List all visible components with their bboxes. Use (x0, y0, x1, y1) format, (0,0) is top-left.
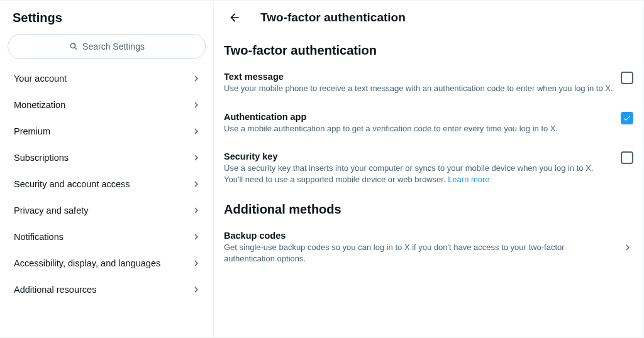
method-desc-text: Use a security key that inserts into you… (224, 163, 593, 184)
sidebar-item-your-account[interactable]: Your account (5, 65, 211, 92)
backup-codes-row[interactable]: Backup codes Get single-use backup codes… (224, 224, 633, 275)
sidebar-item-label: Monetization (14, 100, 65, 110)
checkbox-text-message[interactable] (621, 72, 633, 84)
method-title: Text message (224, 72, 613, 82)
sidebar-item-label: Premium (14, 126, 50, 136)
method-text-block: Authentication app Use a mobile authenti… (224, 112, 613, 134)
search-wrap: Search Settings (5, 34, 211, 65)
method-auth-app: Authentication app Use a mobile authenti… (224, 106, 633, 146)
checkbox-auth-app[interactable] (621, 112, 633, 124)
search-input[interactable]: Search Settings (8, 34, 206, 59)
sidebar-item-subscriptions[interactable]: Subscriptions (5, 144, 211, 171)
chevron-right-icon (191, 73, 202, 84)
sidebar-item-monetization[interactable]: Monetization (5, 92, 211, 118)
section-heading-2fa: Two-factor authentication (224, 37, 633, 65)
section-2fa: Two-factor authentication Text message U… (214, 37, 643, 196)
sidebar-item-label: Your account (14, 74, 67, 84)
method-security-key: Security key Use a security key that ins… (224, 145, 633, 196)
checkbox-security-key[interactable] (621, 151, 633, 164)
sidebar-item-notifications[interactable]: Notifications (5, 224, 211, 250)
sidebar-item-label: Security and account access (14, 179, 130, 189)
sidebar-item-accessibility[interactable]: Accessibility, display, and languages (5, 250, 211, 276)
chevron-right-icon (191, 205, 202, 216)
backup-text-block: Backup codes Get single-use backup codes… (224, 231, 614, 264)
search-placeholder: Search Settings (82, 41, 145, 52)
sidebar-nav: Your account Monetization Premium Subscr… (5, 65, 211, 303)
method-desc: Use your mobile phone to receive a text … (224, 83, 613, 94)
chevron-right-icon (191, 99, 202, 111)
sidebar-item-privacy[interactable]: Privacy and safety (5, 197, 211, 224)
back-button[interactable] (224, 7, 245, 28)
method-text-block: Text message Use your mobile phone to re… (224, 72, 613, 94)
sidebar-item-security[interactable]: Security and account access (5, 171, 211, 197)
method-title: Authentication app (224, 112, 613, 122)
backup-desc: Get single-use backup codes so you can l… (224, 242, 614, 264)
method-title: Security key (224, 151, 613, 161)
chevron-right-icon (622, 242, 633, 253)
sidebar-item-label: Subscriptions (14, 153, 69, 163)
chevron-right-icon (191, 126, 202, 137)
page-title: Two-factor authentication (260, 11, 406, 25)
sidebar-item-label: Additional resources (14, 285, 96, 295)
method-text-block: Security key Use a security key that ins… (224, 151, 613, 185)
sidebar-item-resources[interactable]: Additional resources (5, 276, 211, 303)
sidebar-item-label: Accessibility, display, and languages (14, 258, 160, 268)
learn-more-link[interactable]: Learn more (448, 175, 489, 184)
sidebar-item-label: Notifications (14, 232, 64, 242)
section-additional: Additional methods Backup codes Get sing… (214, 196, 643, 275)
check-icon (623, 114, 631, 123)
method-desc: Use a mobile authentication app to get a… (224, 123, 613, 134)
chevron-right-icon (191, 231, 202, 243)
chevron-right-icon (191, 258, 202, 269)
search-icon (69, 41, 79, 52)
arrow-left-icon (228, 11, 241, 24)
chevron-right-icon (191, 284, 202, 295)
method-desc: Use a security key that inserts into you… (224, 163, 613, 185)
main-panel: Two-factor authentication Two-factor aut… (214, 1, 644, 337)
main-header: Two-factor authentication (214, 1, 643, 37)
settings-sidebar: Settings Search Settings Your account Mo… (0, 1, 214, 337)
chevron-right-icon (191, 178, 202, 190)
backup-title: Backup codes (224, 231, 614, 241)
section-heading-additional: Additional methods (224, 196, 633, 224)
chevron-right-icon (191, 152, 202, 163)
method-text-message: Text message Use your mobile phone to re… (224, 65, 633, 106)
sidebar-item-label: Privacy and safety (14, 205, 88, 215)
sidebar-item-premium[interactable]: Premium (5, 118, 211, 144)
settings-container: Settings Search Settings Your account Mo… (0, 0, 644, 338)
sidebar-title: Settings (5, 8, 211, 34)
